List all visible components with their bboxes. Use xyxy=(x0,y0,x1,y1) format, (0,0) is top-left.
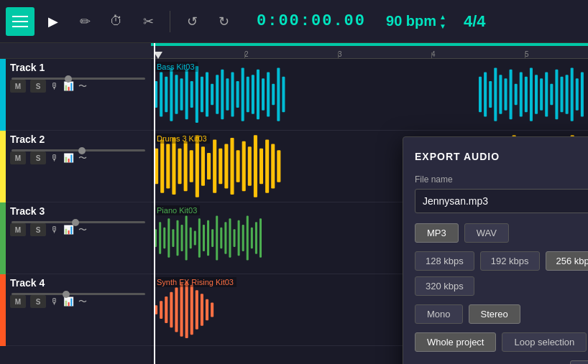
undo-button[interactable]: ↺ xyxy=(179,9,205,34)
waveform-label-1: Bass Kit03 xyxy=(154,62,198,72)
bitrate-256-btn[interactable]: 256 kbps xyxy=(546,251,588,271)
track-1-wave-icon: 〜 xyxy=(78,80,87,93)
track-3-wave-icon: 〜 xyxy=(78,224,87,236)
svg-rect-55 xyxy=(201,146,205,185)
svg-rect-64 xyxy=(254,135,257,197)
svg-rect-103 xyxy=(220,228,222,249)
file-name-input[interactable] xyxy=(415,189,588,213)
menu-button[interactable] xyxy=(6,7,35,36)
track-2-mic-icon: 🎙 xyxy=(50,153,59,163)
select-tool-button[interactable]: ▶ xyxy=(40,9,66,34)
svg-rect-23 xyxy=(272,84,275,106)
svg-rect-56 xyxy=(207,153,211,179)
track-3-controls: M S 🎙 📊 〜 xyxy=(10,223,147,236)
track-4-solo-btn[interactable]: S xyxy=(30,295,46,308)
bitrate-320-btn[interactable]: 320 kbps xyxy=(415,276,474,296)
dialog-header: EXPORT AUDIO ✕ xyxy=(415,149,588,164)
export-button[interactable]: Export xyxy=(570,360,588,364)
bitrate-192-btn[interactable]: 192 kbps xyxy=(480,251,540,271)
svg-rect-92 xyxy=(172,229,174,247)
track-1-volume-slider[interactable] xyxy=(12,78,145,80)
track-3-name: Track 3 xyxy=(10,205,147,217)
track-1-mic-icon: 🎙 xyxy=(50,81,59,91)
track-3-volume-slider[interactable] xyxy=(12,221,145,223)
track-4-mute-btn[interactable]: M xyxy=(10,295,26,308)
track-1-mute-btn[interactable]: M xyxy=(10,80,26,93)
track-2: Track 2 M S 🎙 📊 〜 xyxy=(0,131,151,202)
svg-rect-32 xyxy=(510,70,513,119)
ruler-line-4 xyxy=(431,52,432,58)
svg-rect-51 xyxy=(178,149,181,185)
track-2-solo-btn[interactable]: S xyxy=(30,151,46,164)
track-4-info: Track 4 M S 🎙 📊 〜 xyxy=(6,274,151,346)
svg-rect-143 xyxy=(180,283,183,336)
svg-rect-104 xyxy=(224,222,226,254)
svg-rect-45 xyxy=(576,78,579,111)
track-3-mute-btn[interactable]: M xyxy=(10,223,26,236)
track-2-color-bar xyxy=(0,131,6,202)
track-4-color-bar xyxy=(0,274,6,346)
track-1-controls: M S 🎙 📊 〜 xyxy=(10,80,147,93)
track-1-info: Track 1 M S 🎙 📊 〜 xyxy=(6,59,151,131)
bitrate-128-btn[interactable]: 128 kbps xyxy=(415,251,474,271)
svg-rect-108 xyxy=(242,225,244,251)
svg-rect-9 xyxy=(201,77,203,113)
track-4: Track 4 M S 🎙 📊 〜 xyxy=(0,274,151,346)
channel-stereo-btn[interactable]: Stereo xyxy=(469,304,520,324)
waveform-label-2: Drums 3 Kit03 xyxy=(154,134,210,144)
pencil-tool-button[interactable]: ✏ xyxy=(72,9,98,34)
format-wav-btn[interactable]: WAV xyxy=(464,223,509,243)
svg-rect-145 xyxy=(190,285,193,335)
scope-loop-btn[interactable]: Loop selection xyxy=(502,332,587,352)
track-4-volume-slider[interactable] xyxy=(12,293,145,295)
svg-rect-148 xyxy=(206,299,208,321)
timeline-area[interactable]: 2 3 4 5 Bass Kit03 xyxy=(151,43,588,364)
svg-rect-24 xyxy=(277,67,280,121)
time-signature: 4/4 xyxy=(464,12,486,31)
track-1-solo-btn[interactable]: S xyxy=(30,80,46,93)
svg-rect-100 xyxy=(207,220,209,256)
track-3-slider-thumb xyxy=(72,219,79,226)
svg-rect-105 xyxy=(229,218,231,257)
channel-mono-btn[interactable]: Mono xyxy=(415,304,463,324)
menu-line-3 xyxy=(12,26,28,27)
bpm-down-arrow[interactable]: ▼ xyxy=(439,22,446,30)
svg-rect-21 xyxy=(262,78,265,111)
svg-rect-144 xyxy=(185,281,188,338)
bpm-up-arrow[interactable]: ▲ xyxy=(439,13,446,21)
scope-whole-btn[interactable]: Whole project xyxy=(415,332,496,352)
cut-tool-button[interactable]: ✂ xyxy=(135,9,161,34)
main-area: Track 1 M S 🎙 📊 〜 xyxy=(0,43,588,364)
dialog-footer: LAME is used for MP3 encoding Export xyxy=(415,360,588,364)
toolbar: ▶ ✏ ⏱ ✂ ↺ ↻ 0:00:00.00 90 bpm ▲ ▼ 4/4 xyxy=(0,0,588,43)
track-2-volume-slider[interactable] xyxy=(12,149,145,151)
svg-rect-26 xyxy=(479,77,482,113)
svg-rect-112 xyxy=(259,218,262,257)
svg-rect-38 xyxy=(540,78,543,111)
svg-rect-57 xyxy=(213,139,216,192)
track-3: Track 3 M S 🎙 📊 〜 xyxy=(0,202,151,274)
svg-rect-5 xyxy=(180,78,183,111)
svg-rect-25 xyxy=(282,77,285,113)
track-4-name: Track 4 xyxy=(10,277,147,289)
format-mp3-btn[interactable]: MP3 xyxy=(415,223,459,243)
bpm-arrows[interactable]: ▲ ▼ xyxy=(439,13,446,30)
svg-rect-96 xyxy=(190,228,192,249)
svg-rect-147 xyxy=(201,294,203,326)
bpm-display[interactable]: 90 bpm ▲ ▼ xyxy=(386,13,446,30)
svg-rect-18 xyxy=(247,77,249,113)
track-1-slider-thumb xyxy=(65,75,72,83)
svg-rect-65 xyxy=(259,149,263,185)
svg-rect-61 xyxy=(236,150,240,182)
svg-rect-54 xyxy=(196,135,199,197)
track-1: Track 1 M S 🎙 📊 〜 xyxy=(0,59,151,131)
svg-rect-67 xyxy=(271,144,275,189)
svg-rect-90 xyxy=(163,228,165,249)
track-2-slider-thumb xyxy=(78,147,86,154)
tempo-tool-button[interactable]: ⏱ xyxy=(104,9,129,34)
waveform-svg-1 xyxy=(151,59,588,130)
redo-button[interactable]: ↻ xyxy=(211,9,236,34)
track-2-mute-btn[interactable]: M xyxy=(10,151,26,164)
track-3-solo-btn[interactable]: S xyxy=(30,223,46,236)
waveform-row-1[interactable]: Bass Kit03 xyxy=(151,59,588,131)
